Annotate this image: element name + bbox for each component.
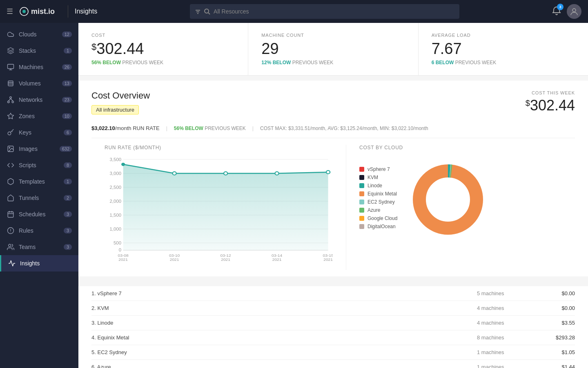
svg-marker-17 bbox=[8, 113, 14, 119]
legend-dot-vsphere bbox=[359, 167, 364, 172]
machine-icon bbox=[7, 63, 15, 71]
svg-point-20 bbox=[9, 147, 10, 148]
charts-section: RUN RATE ($/month) bbox=[91, 138, 575, 276]
svg-text:03-15: 03-15 bbox=[323, 254, 333, 258]
stat-cost: COST $302.44 56% BELOW PREVIOUS WEEK bbox=[78, 23, 248, 75]
sidebar-item-machines[interactable]: Machines 26 bbox=[0, 59, 78, 75]
sidebar-item-zones[interactable]: Zones 10 bbox=[0, 108, 78, 124]
svg-marker-46 bbox=[123, 164, 328, 250]
avatar[interactable] bbox=[567, 4, 581, 19]
svg-line-15 bbox=[9, 99, 11, 101]
svg-text:2021: 2021 bbox=[323, 258, 333, 262]
svg-text:3,000: 3,000 bbox=[110, 171, 122, 176]
line-chart-svg: 3,500 3,000 2,500 2,000 1,500 1,000 500 … bbox=[105, 155, 333, 262]
key-icon bbox=[7, 128, 15, 137]
donut-chart bbox=[407, 159, 489, 240]
cost-overview-header: Cost Overview All infrastructure COST TH… bbox=[91, 90, 575, 114]
sidebar-item-scripts[interactable]: Scripts 8 bbox=[0, 157, 78, 173]
sidebar-item-volumes[interactable]: Volumes 13 bbox=[0, 75, 78, 92]
svg-point-12 bbox=[10, 97, 12, 99]
svg-text:2021: 2021 bbox=[118, 258, 128, 262]
sidebar-item-templates[interactable]: Templates 1 bbox=[0, 173, 78, 190]
legend-dot-azure bbox=[359, 208, 364, 213]
script-icon bbox=[7, 161, 15, 169]
sidebar-item-insights[interactable]: Insights bbox=[0, 255, 78, 272]
svg-text:2021: 2021 bbox=[221, 258, 230, 262]
legend-gcp: Google Cloud bbox=[359, 215, 397, 221]
sidebar-item-stacks[interactable]: Stacks 1 bbox=[0, 43, 78, 59]
cloud-list-item-3: 4. Equinix Metal 8 machines $293.28 bbox=[91, 330, 575, 345]
svg-text:1,000: 1,000 bbox=[110, 227, 122, 231]
sidebar-item-rules[interactable]: Rules 3 bbox=[0, 222, 78, 239]
svg-point-66 bbox=[427, 178, 469, 221]
search-input[interactable] bbox=[214, 8, 454, 15]
cloud-list-item-4: 5. EC2 Sydney 1 machines $1.05 bbox=[91, 345, 575, 360]
rule-icon bbox=[7, 227, 15, 235]
cloud-list-item-1: 2. KVM 4 machines $0.00 bbox=[91, 301, 575, 316]
tunnel-icon bbox=[7, 194, 15, 202]
svg-text:2,500: 2,500 bbox=[110, 185, 122, 190]
logo: mist.io bbox=[20, 7, 55, 16]
svg-point-1 bbox=[22, 10, 26, 13]
avg-load-value: 7.67 bbox=[432, 41, 575, 56]
svg-point-50 bbox=[275, 172, 279, 175]
sidebar-item-images[interactable]: Images 632 bbox=[0, 141, 78, 157]
donut-svg bbox=[407, 159, 489, 240]
cloud-list: 1. vSphere 7 5 machines $0.00 2. KVM 4 m… bbox=[78, 286, 588, 368]
schedule-icon bbox=[7, 210, 15, 218]
line-chart-area: RUN RATE ($/month) bbox=[91, 145, 346, 270]
svg-text:03-14: 03-14 bbox=[272, 254, 283, 258]
sidebar-item-networks[interactable]: Networks 23 bbox=[0, 92, 78, 108]
svg-text:500: 500 bbox=[114, 241, 121, 245]
machine-count-value: 29 bbox=[261, 41, 405, 56]
svg-rect-9 bbox=[8, 81, 13, 86]
nav-divider bbox=[68, 5, 68, 18]
stat-avg-load: AVERAGE LOAD 7.67 6 BELOW PREVIOUS WEEK bbox=[419, 23, 588, 75]
sidebar-item-clouds[interactable]: Clouds 12 bbox=[0, 26, 78, 43]
svg-text:3,500: 3,500 bbox=[110, 157, 122, 162]
svg-point-47 bbox=[121, 163, 125, 166]
cloud-list-item-2: 3. Linode 4 machines $3.55 bbox=[91, 316, 575, 330]
topnav-icons: 3 bbox=[552, 4, 581, 19]
svg-text:03-12: 03-12 bbox=[220, 254, 231, 258]
template-icon bbox=[7, 177, 15, 186]
sidebar: Clouds 12 Stacks 1 Machines 26 Volumes 1… bbox=[0, 23, 78, 368]
cost-overview-section: Cost Overview All infrastructure COST TH… bbox=[78, 81, 588, 276]
svg-point-48 bbox=[173, 172, 176, 175]
page-title: Insights bbox=[75, 8, 97, 15]
team-icon bbox=[7, 243, 15, 251]
svg-point-7 bbox=[572, 9, 576, 12]
sidebar-item-keys[interactable]: Keys 6 bbox=[0, 124, 78, 141]
cost-meta: $3,022.10/month RUN RATE | 56% BELOW PRE… bbox=[91, 121, 575, 138]
network-icon bbox=[7, 96, 15, 104]
sidebar-item-schedules[interactable]: Schedules 3 bbox=[0, 206, 78, 222]
image-icon bbox=[7, 145, 15, 153]
cost-sub: 56% BELOW PREVIOUS WEEK bbox=[91, 60, 235, 65]
legend-dot-ec2 bbox=[359, 200, 364, 204]
svg-line-6 bbox=[208, 13, 210, 14]
svg-text:03-10: 03-10 bbox=[169, 254, 180, 258]
svg-text:1,500: 1,500 bbox=[110, 213, 122, 218]
legend-dot-linode bbox=[359, 183, 364, 188]
svg-text:03-08: 03-08 bbox=[118, 254, 129, 258]
svg-point-14 bbox=[12, 101, 14, 103]
donut-chart-area: COST BY CLOUD vSphere 7 KVM bbox=[346, 145, 575, 270]
notification-bell[interactable]: 3 bbox=[552, 6, 561, 17]
legend-equinix: Equinix Metal bbox=[359, 191, 397, 197]
svg-text:2021: 2021 bbox=[272, 258, 282, 262]
line-chart-container: 3,500 3,000 2,500 2,000 1,500 1,000 500 … bbox=[105, 155, 333, 263]
legend-dot-kvm bbox=[359, 175, 364, 180]
legend-ec2: EC2 Sydney bbox=[359, 199, 397, 205]
sidebar-item-teams[interactable]: Teams 3 bbox=[0, 239, 78, 255]
cloud-list-item-0: 1. vSphere 7 5 machines $0.00 bbox=[91, 286, 575, 301]
cost-value: $302.44 bbox=[91, 41, 235, 56]
legend-kvm: KVM bbox=[359, 175, 397, 180]
stack-icon bbox=[7, 47, 15, 55]
menu-icon[interactable]: ☰ bbox=[7, 7, 13, 16]
sidebar-item-tunnels[interactable]: Tunnels 2 bbox=[0, 190, 78, 206]
search-bar[interactable] bbox=[190, 4, 459, 19]
svg-rect-8 bbox=[8, 64, 14, 69]
chart-legend: vSphere 7 KVM Linode bbox=[359, 166, 397, 229]
machine-count-sub: 12% BELOW PREVIOUS WEEK bbox=[261, 60, 405, 65]
svg-text:2,000: 2,000 bbox=[110, 199, 122, 204]
